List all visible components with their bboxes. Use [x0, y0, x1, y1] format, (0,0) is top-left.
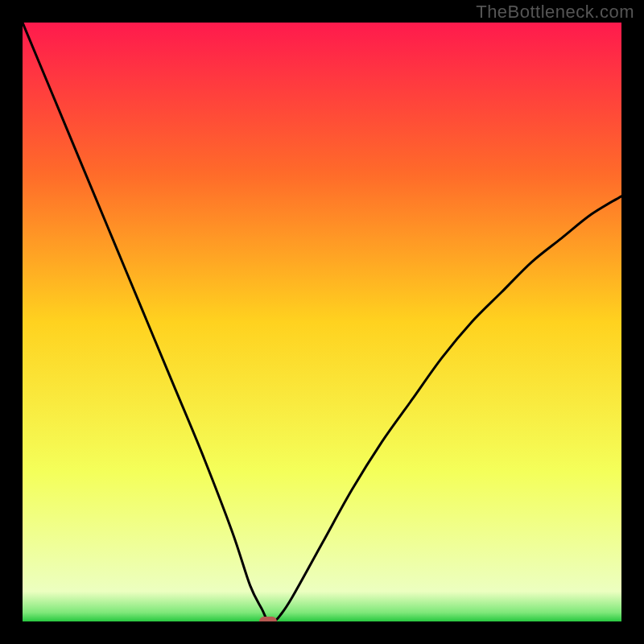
chart-frame: TheBottleneck.com — [0, 0, 644, 644]
gradient-background — [23, 23, 621, 621]
watermark-label: TheBottleneck.com — [476, 2, 634, 23]
chart-svg — [23, 23, 621, 621]
optimal-marker — [259, 617, 277, 621]
plot-area — [23, 23, 621, 621]
